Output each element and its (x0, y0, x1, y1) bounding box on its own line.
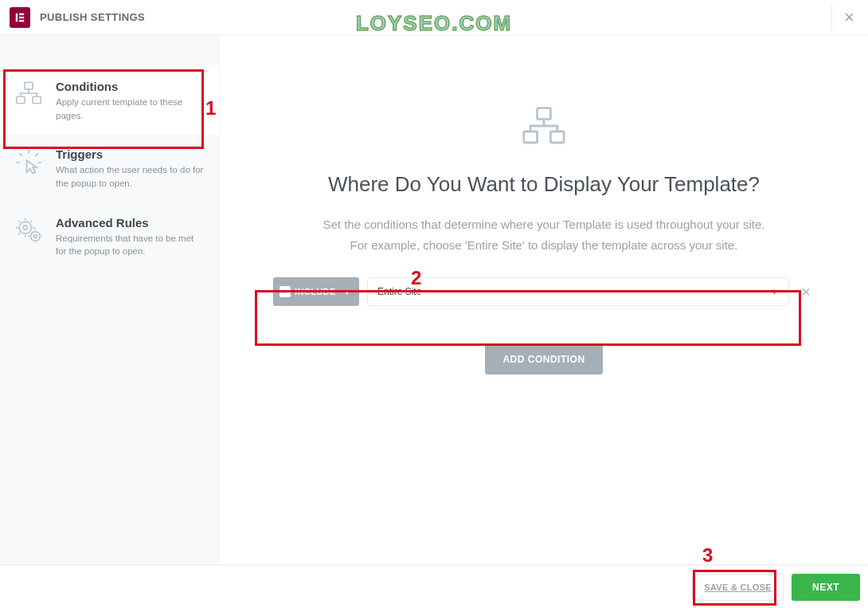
include-indicator-icon: − (280, 286, 291, 297)
elementor-icon (14, 12, 25, 23)
step-desc: Apply current template to these pages. (56, 96, 205, 122)
condition-scope-select[interactable]: Entire Site ▼ (367, 277, 789, 306)
step-title: Advanced Rules (56, 216, 205, 229)
step-advanced-rules[interactable]: Advanced Rules Requirements that have to… (0, 203, 219, 271)
remove-condition-button[interactable]: × (797, 283, 815, 300)
steps-sidebar: Conditions Apply current template to the… (0, 35, 220, 564)
include-label: INCLUDE (295, 287, 336, 296)
add-condition-button[interactable]: ADD CONDITION (485, 344, 602, 375)
gears-icon (15, 218, 42, 243)
svg-rect-2 (19, 16, 24, 18)
hero-sitemap-icon (522, 107, 566, 148)
main-subheading: Set the conditions that determine where … (323, 214, 764, 255)
svg-rect-3 (19, 19, 24, 21)
svg-rect-12 (524, 131, 538, 143)
main-panel: Where Do You Want to Display Your Templa… (220, 35, 868, 564)
dialog-title: PUBLISH SETTINGS (40, 11, 145, 23)
svg-point-7 (19, 222, 31, 233)
dialog-footer: SAVE & CLOSE NEXT (0, 565, 868, 608)
sub-line-2: For example, choose 'Entire Site' to dis… (350, 238, 738, 252)
condition-row: − INCLUDE ▼ Entire Site ▼ × (273, 277, 815, 306)
brand-logo (10, 7, 30, 28)
step-title: Conditions (56, 80, 205, 93)
close-icon: × (801, 283, 811, 301)
svg-rect-4 (25, 82, 33, 89)
svg-rect-1 (19, 13, 24, 14)
svg-rect-6 (33, 96, 41, 104)
next-button[interactable]: NEXT (792, 574, 860, 601)
step-triggers[interactable]: Triggers What action the user needs to d… (0, 135, 219, 202)
svg-rect-11 (538, 108, 551, 120)
main-heading: Where Do You Want to Display Your Templa… (328, 172, 760, 197)
sub-line-1: Set the conditions that determine where … (323, 218, 764, 231)
svg-rect-0 (16, 13, 18, 22)
save-and-close-button[interactable]: SAVE & CLOSE (692, 574, 784, 601)
header-bar: PUBLISH SETTINGS × (0, 0, 868, 35)
svg-rect-5 (17, 96, 25, 104)
select-value: Entire Site (377, 286, 421, 297)
close-icon: × (844, 7, 854, 28)
step-desc: Requirements that have to be met for the… (56, 232, 205, 258)
caret-down-icon: ▼ (770, 287, 779, 296)
caret-down-icon: ▼ (343, 288, 351, 296)
sitemap-icon (15, 81, 42, 105)
svg-rect-13 (550, 131, 564, 143)
step-desc: What action the user needs to do for the… (56, 163, 205, 190)
step-title: Triggers (56, 147, 205, 161)
svg-point-10 (33, 234, 37, 237)
svg-point-9 (31, 231, 41, 241)
svg-point-8 (23, 226, 27, 229)
close-button[interactable]: × (831, 4, 858, 31)
include-toggle[interactable]: − INCLUDE ▼ (273, 277, 359, 306)
step-conditions[interactable]: Conditions Apply current template to the… (0, 67, 219, 135)
click-icon (15, 149, 42, 176)
